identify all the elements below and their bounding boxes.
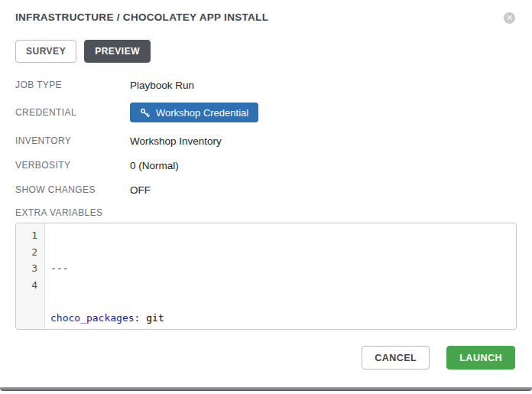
job-details: JOB TYPE Playbook Run CREDENTIAL Worksho…	[15, 78, 517, 197]
modal-title: INFRASTRUCTURE / CHOCOLATEY APP INSTALL	[15, 11, 268, 23]
code-line: choco_packages: git	[50, 310, 516, 327]
line-number: 1	[16, 227, 37, 244]
editor-code-area[interactable]: --- choco_packages: git app_state: prese…	[45, 223, 516, 329]
cancel-button[interactable]: CANCEL	[362, 346, 430, 370]
job-type-label: JOB TYPE	[15, 80, 130, 90]
close-icon[interactable]: ✕	[504, 12, 515, 24]
job-type-value: Playbook Run	[130, 80, 194, 91]
key-icon	[140, 108, 150, 118]
launch-button[interactable]: LAUNCH	[446, 346, 515, 370]
modal-footer: CANCEL LAUNCH	[362, 346, 515, 370]
window-bottom-edge	[0, 387, 532, 391]
line-number: 3	[16, 260, 37, 277]
verbosity-label: VERBOSITY	[15, 160, 130, 171]
extra-variables-editor[interactable]: 1 2 3 4 --- choco_packages: git app_stat…	[15, 223, 517, 330]
tab-survey[interactable]: SURVEY	[15, 40, 76, 63]
line-number: 4	[16, 277, 37, 294]
verbosity-value: 0 (Normal)	[130, 160, 179, 171]
row-verbosity: VERBOSITY 0 (Normal)	[15, 158, 517, 172]
line-number: 2	[16, 244, 37, 261]
row-show-changes: SHOW CHANGES OFF	[15, 183, 517, 197]
launch-preview-modal: INFRASTRUCTURE / CHOCOLATEY APP INSTALL …	[0, 0, 532, 394]
editor-line-numbers: 1 2 3 4	[16, 223, 45, 329]
credential-label: CREDENTIAL	[15, 107, 130, 118]
code-line: ---	[50, 260, 516, 277]
show-changes-label: SHOW CHANGES	[15, 184, 130, 195]
tab-preview[interactable]: PREVIEW	[84, 40, 151, 63]
inventory-label: INVENTORY	[15, 135, 130, 146]
credential-badge-label: Workshop Credential	[156, 107, 248, 119]
credential-badge[interactable]: Workshop Credential	[130, 103, 258, 122]
row-job-type: JOB TYPE Playbook Run	[15, 78, 517, 92]
row-inventory: INVENTORY Workshop Inventory	[15, 134, 517, 148]
row-credential: CREDENTIAL Workshop Credential	[15, 103, 517, 122]
modal-header: INFRASTRUCTURE / CHOCOLATEY APP INSTALL …	[0, 0, 532, 24]
tab-bar: SURVEY PREVIEW	[15, 40, 517, 63]
show-changes-value: OFF	[130, 184, 151, 196]
extra-variables-label: EXTRA VARIABLES	[15, 207, 517, 218]
inventory-value: Workshop Inventory	[130, 135, 222, 147]
